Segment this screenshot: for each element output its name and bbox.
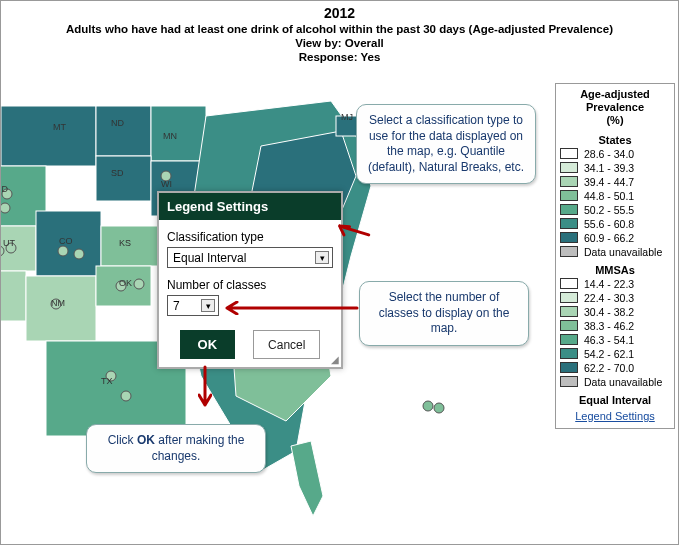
legend-row: 50.2 - 55.5: [560, 204, 670, 216]
legend-label: 44.8 - 50.1: [584, 190, 634, 202]
legend-swatch: [560, 204, 578, 215]
arrow-icon: [198, 365, 212, 411]
legend-swatch: [560, 334, 578, 345]
chevron-down-icon: ▾: [315, 251, 329, 264]
state-label: TX: [101, 376, 113, 386]
legend-row: 34.1 - 39.3: [560, 162, 670, 174]
legend-row: 14.4 - 22.3: [560, 278, 670, 290]
state-label: MJ: [341, 112, 353, 122]
callout-text: after making the changes.: [152, 433, 245, 463]
legend-row: 62.2 - 70.0: [560, 362, 670, 374]
legend-label: 38.3 - 46.2: [584, 320, 634, 332]
legend-row: 46.3 - 54.1: [560, 334, 670, 346]
legend-label: 60.9 - 66.2: [584, 232, 634, 244]
legend-swatch: [560, 232, 578, 243]
legend-title-line2: (%): [560, 114, 670, 127]
header: 2012 Adults who have had at least one dr…: [1, 1, 678, 63]
svg-point-24: [121, 391, 131, 401]
callout-number-of-classes: Select the number of classes to display …: [359, 281, 529, 346]
legend-label: 30.4 - 38.2: [584, 306, 634, 318]
legend-swatch: [560, 348, 578, 359]
legend-row: 60.9 - 66.2: [560, 232, 670, 244]
legend-panel: Age-adjusted Prevalence (%) States 28.6 …: [555, 83, 675, 429]
svg-point-18: [58, 246, 68, 256]
svg-rect-10: [26, 276, 96, 341]
legend-label: 14.4 - 22.3: [584, 278, 634, 290]
legend-settings-link[interactable]: Legend Settings: [560, 410, 670, 422]
state-label: ND: [111, 118, 124, 128]
state-label: OK: [119, 278, 132, 288]
legend-swatch: [560, 162, 578, 173]
dialog-title: Legend Settings: [159, 193, 341, 220]
legend-row: 30.4 - 38.2: [560, 306, 670, 318]
resize-grip-icon[interactable]: ◢: [331, 354, 339, 365]
svg-point-26: [423, 401, 433, 411]
legend-label: Data unavailable: [584, 246, 662, 258]
svg-rect-1: [96, 106, 151, 156]
svg-point-22: [134, 279, 144, 289]
number-of-classes-select[interactable]: 7 ▾: [167, 295, 219, 316]
cancel-button[interactable]: Cancel: [253, 330, 320, 359]
legend-label: 55.6 - 60.8: [584, 218, 634, 230]
legend-swatch: [560, 362, 578, 373]
legend-swatch: [560, 176, 578, 187]
legend-row: 55.6 - 60.8: [560, 218, 670, 230]
legend-group-mmsas: MMSAs: [560, 264, 670, 276]
svg-point-15: [1, 203, 10, 213]
header-year: 2012: [1, 5, 678, 21]
legend-row: Data unavailable: [560, 376, 670, 388]
classification-type-value: Equal Interval: [173, 251, 246, 265]
legend-swatch: [560, 218, 578, 229]
label-number-of-classes: Number of classes: [167, 278, 333, 292]
state-label: SD: [111, 168, 124, 178]
legend-row: 22.4 - 30.3: [560, 292, 670, 304]
legend-row: 28.6 - 34.0: [560, 148, 670, 160]
legend-swatch: [560, 190, 578, 201]
arrow-icon: [219, 301, 359, 315]
legend-swatch: [560, 376, 578, 387]
header-viewby: View by: Overall: [1, 37, 678, 49]
legend-row: 39.4 - 44.7: [560, 176, 670, 188]
state-label: MN: [163, 131, 177, 141]
svg-rect-2: [151, 106, 206, 161]
callout-click-ok: Click OK after making the changes.: [86, 424, 266, 473]
legend-title-line1: Age-adjusted Prevalence: [560, 88, 670, 114]
callout-ok-bold: OK: [137, 433, 155, 447]
state-label: AZ: [0, 288, 1, 298]
legend-row: 38.3 - 46.2: [560, 320, 670, 332]
svg-rect-9: [1, 271, 26, 321]
legend-row: 54.2 - 62.1: [560, 348, 670, 360]
legend-label: Data unavailable: [584, 376, 662, 388]
legend-row: 44.8 - 50.1: [560, 190, 670, 202]
svg-rect-4: [96, 156, 151, 201]
legend-swatch: [560, 148, 578, 159]
state-label: UT: [3, 238, 15, 248]
state-label: WI: [161, 179, 172, 189]
legend-swatch: [560, 292, 578, 303]
svg-rect-0: [1, 106, 96, 166]
svg-point-27: [434, 403, 444, 413]
legend-group-states: States: [560, 134, 670, 146]
legend-label: 28.6 - 34.0: [584, 148, 634, 160]
state-label: CO: [59, 236, 73, 246]
ok-button[interactable]: OK: [180, 330, 236, 359]
chevron-down-icon: ▾: [201, 299, 215, 312]
legend-label: 54.2 - 62.1: [584, 348, 634, 360]
legend-row: Data unavailable: [560, 246, 670, 258]
state-label: MT: [53, 122, 66, 132]
legend-classification-label: Equal Interval: [560, 394, 670, 406]
header-response: Response: Yes: [1, 51, 678, 63]
label-classification-type: Classification type: [167, 230, 333, 244]
classification-type-select[interactable]: Equal Interval ▾: [167, 247, 333, 268]
state-label: ID: [0, 184, 8, 194]
legend-label: 22.4 - 30.3: [584, 292, 634, 304]
state-label: NM: [51, 298, 65, 308]
callout-text: Click: [108, 433, 137, 447]
legend-label: 34.1 - 39.3: [584, 162, 634, 174]
legend-swatch: [560, 278, 578, 289]
header-subtitle: Adults who have had at least one drink o…: [1, 23, 678, 35]
legend-settings-dialog: Legend Settings Classification type Equa…: [157, 191, 343, 369]
svg-point-19: [74, 249, 84, 259]
legend-label: 50.2 - 55.5: [584, 204, 634, 216]
callout-classification-type: Select a classification type to use for …: [356, 104, 536, 184]
